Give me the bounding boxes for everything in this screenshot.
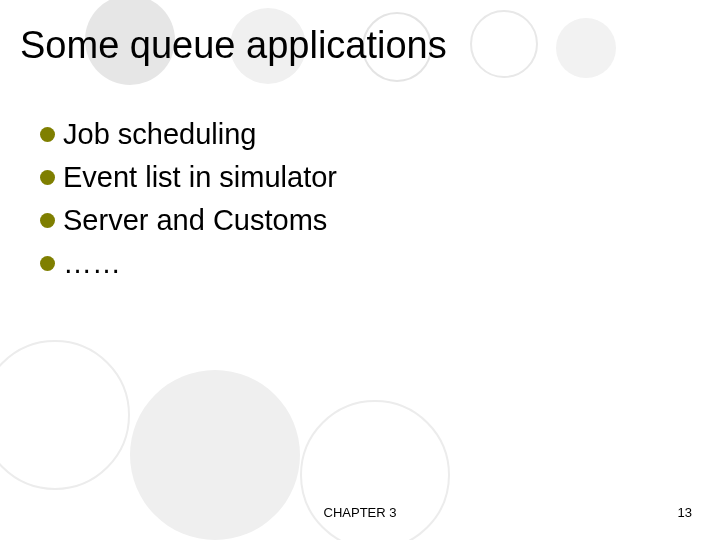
slide-title: Some queue applications — [20, 24, 447, 67]
list-item: Event list in simulator — [40, 161, 337, 194]
bullet-label: Event list in simulator — [63, 161, 337, 194]
bullet-icon — [40, 127, 55, 142]
list-item: …… — [40, 247, 337, 280]
list-item: Server and Customs — [40, 204, 337, 237]
bullet-label: Server and Customs — [63, 204, 327, 237]
bullet-list: Job scheduling Event list in simulator S… — [40, 118, 337, 290]
footer-chapter: CHAPTER 3 — [324, 505, 397, 520]
slide-footer: CHAPTER 3 13 — [0, 505, 720, 520]
bullet-icon — [40, 213, 55, 228]
bullet-icon — [40, 170, 55, 185]
bullet-icon — [40, 256, 55, 271]
footer-page-number: 13 — [678, 505, 692, 520]
list-item: Job scheduling — [40, 118, 337, 151]
bullet-label: Job scheduling — [63, 118, 256, 151]
bullet-label: …… — [63, 247, 121, 280]
